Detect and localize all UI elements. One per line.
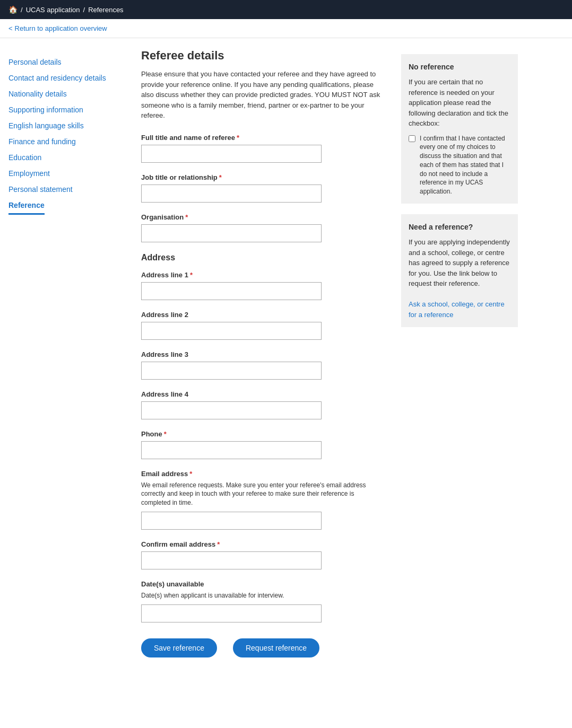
page-title: Referee details — [141, 49, 385, 63]
address2-input[interactable] — [141, 322, 322, 340]
dates-unavailable-helper: Date(s) when applicant is unavailable fo… — [141, 591, 385, 600]
sidebar-item-personal-details[interactable]: Personal details — [8, 54, 125, 70]
required-star: * — [237, 134, 239, 142]
need-reference-text: If you are applying independently and a … — [409, 237, 510, 289]
email-input[interactable] — [141, 512, 322, 530]
sidebar-item-reference[interactable]: Reference — [8, 197, 45, 215]
ucas-application-link[interactable]: UCAS application — [26, 6, 80, 14]
email-label: Email address* — [141, 470, 385, 478]
button-row: Save reference Request reference — [141, 638, 385, 679]
email-helper-text: We email reference requests. Make sure y… — [141, 481, 385, 507]
address4-group: Address line 4 — [141, 390, 385, 419]
intro-text: Please ensure that you have contacted yo… — [141, 69, 385, 121]
address1-label: Address line 1* — [141, 271, 385, 279]
full-title-label: Full title and name of referee* — [141, 134, 385, 142]
required-star4: * — [190, 271, 193, 279]
separator: / — [21, 6, 23, 14]
current-page-label: References — [88, 6, 123, 14]
save-reference-button[interactable]: Save reference — [141, 638, 217, 657]
sidebar-item-personal-statement[interactable]: Personal statement — [8, 181, 125, 197]
return-to-overview-link[interactable]: < Return to application overview — [8, 24, 564, 32]
required-star2: * — [219, 173, 222, 181]
sidebar-item-english-language[interactable]: English language skills — [8, 118, 125, 134]
sidebar-item-contact-residency[interactable]: Contact and residency details — [8, 70, 125, 86]
home-icon: 🏠 — [8, 5, 18, 14]
confirm-email-label: Confirm email address* — [141, 540, 385, 548]
no-reference-text: If you are certain that no reference is … — [409, 77, 510, 129]
sidebar-item-finance-funding[interactable]: Finance and funding — [8, 134, 125, 150]
phone-group: Phone* — [141, 430, 385, 459]
dates-unavailable-input[interactable] — [141, 604, 322, 622]
job-title-input[interactable] — [141, 185, 322, 203]
top-bar: 🏠 / UCAS application / References — [0, 0, 572, 19]
full-title-input[interactable] — [141, 145, 322, 163]
main-layout: Personal details Contact and residency d… — [0, 38, 572, 689]
required-star5: * — [164, 430, 167, 438]
address4-input[interactable] — [141, 401, 322, 419]
sidebar: Personal details Contact and residency d… — [8, 49, 125, 679]
address3-group: Address line 3 — [141, 350, 385, 380]
no-reference-title: No reference — [409, 62, 510, 73]
address4-label: Address line 4 — [141, 390, 385, 398]
need-reference-box: Need a reference? If you are applying in… — [401, 214, 518, 327]
confirm-email-group: Confirm email address* — [141, 540, 385, 569]
required-star7: * — [217, 540, 220, 548]
address1-input[interactable] — [141, 282, 322, 300]
address2-group: Address line 2 — [141, 311, 385, 340]
right-sidebar: No reference If you are certain that no … — [401, 49, 518, 679]
sidebar-item-nationality[interactable]: Nationality details — [8, 86, 125, 102]
email-group: Email address* We email reference reques… — [141, 470, 385, 530]
sidebar-item-employment[interactable]: Employment — [8, 165, 125, 181]
phone-input[interactable] — [141, 441, 322, 459]
organisation-label: Organisation* — [141, 213, 385, 221]
address-section-title: Address — [141, 253, 385, 262]
sidebar-item-education[interactable]: Education — [8, 150, 125, 165]
request-reference-button[interactable]: Request reference — [233, 638, 319, 657]
job-title-label: Job title or relationship* — [141, 173, 385, 181]
confirm-email-input[interactable] — [141, 551, 322, 569]
address1-group: Address line 1* — [141, 271, 385, 300]
required-star6: * — [189, 470, 192, 478]
phone-label: Phone* — [141, 430, 385, 438]
separator2: / — [83, 6, 85, 14]
dates-unavailable-group: Date(s) unavailable Date(s) when applica… — [141, 580, 385, 622]
organisation-input[interactable] — [141, 224, 322, 242]
job-title-group: Job title or relationship* — [141, 173, 385, 203]
no-reference-checkbox-label: I confirm that I have contacted every on… — [420, 134, 510, 197]
main-content: Referee details Please ensure that you h… — [125, 49, 401, 679]
no-reference-checkbox-row: I confirm that I have contacted every on… — [409, 134, 510, 197]
sidebar-item-supporting-info[interactable]: Supporting information — [8, 102, 125, 118]
back-link-bar: < Return to application overview — [0, 19, 572, 38]
need-reference-title: Need a reference? — [409, 222, 510, 233]
no-reference-box: No reference If you are certain that no … — [401, 54, 518, 204]
dates-unavailable-label: Date(s) unavailable — [141, 580, 385, 588]
chevron-left-icon: < — [8, 24, 13, 32]
no-reference-checkbox[interactable] — [409, 135, 415, 142]
back-link-label: Return to application overview — [15, 24, 107, 32]
address3-label: Address line 3 — [141, 350, 385, 358]
address3-input[interactable] — [141, 362, 322, 380]
address2-label: Address line 2 — [141, 311, 385, 319]
required-star3: * — [185, 213, 188, 221]
full-title-group: Full title and name of referee* — [141, 134, 385, 163]
ask-school-link[interactable]: Ask a school, college, or centre for a r… — [409, 300, 505, 319]
organisation-group: Organisation* — [141, 213, 385, 242]
